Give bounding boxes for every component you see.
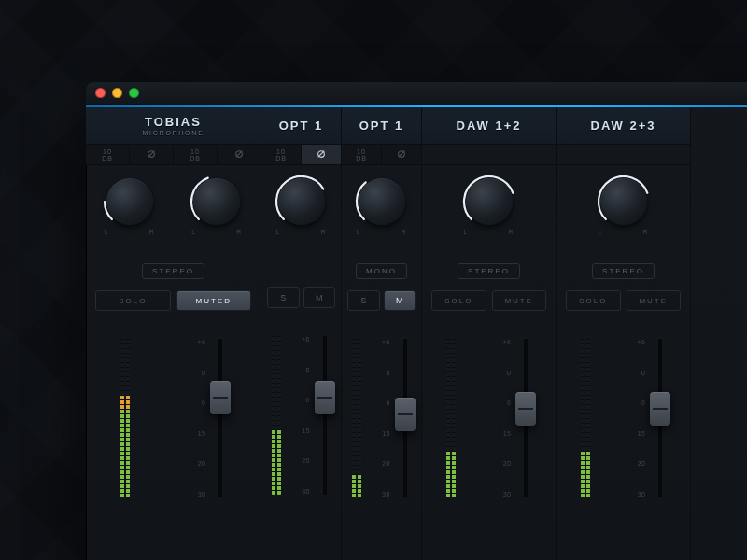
- gain-10db-button[interactable]: 10DB: [174, 145, 218, 164]
- mute-button[interactable]: MUTED: [176, 290, 252, 311]
- scale-tick: 30: [382, 491, 390, 497]
- scale-tick: 0: [198, 370, 206, 376]
- knob-row: LR: [342, 165, 421, 239]
- fader-track[interactable]: [403, 339, 407, 497]
- scale-tick: 6: [503, 399, 512, 406]
- solo-button[interactable]: SOLO: [566, 290, 621, 311]
- scale-tick: 15: [382, 430, 390, 437]
- link-mode-badge[interactable]: MONO: [356, 263, 407, 279]
- scale-tick: 15: [302, 427, 310, 434]
- scale-tick: 0: [638, 370, 646, 376]
- fader-cap[interactable]: [210, 381, 231, 414]
- gain-10db-button[interactable]: 10DB: [86, 145, 130, 164]
- scale-tick: 30: [302, 488, 310, 495]
- scale-tick: +6: [503, 339, 512, 345]
- channel-header[interactable]: DAW 2+3: [557, 107, 690, 145]
- mute-button[interactable]: M: [303, 287, 336, 308]
- fader-cap[interactable]: [395, 398, 416, 431]
- scale-tick: 6: [638, 399, 646, 406]
- zoom-icon[interactable]: [129, 88, 139, 98]
- fader-area: +606152030: [422, 339, 556, 507]
- mute-button[interactable]: M: [384, 290, 416, 311]
- toolbar-label: DB: [190, 155, 201, 161]
- channel-title: DAW 1+2: [457, 119, 522, 133]
- solo-mute-row: SOLOMUTE: [422, 290, 556, 311]
- solo-button[interactable]: SOLO: [431, 290, 486, 311]
- channel-header[interactable]: OPT 1: [261, 107, 341, 145]
- knob-row: LRLR: [86, 165, 261, 239]
- toolbar-label: 10: [103, 148, 112, 155]
- scale-tick: +6: [198, 339, 206, 345]
- channel-subtitle: MICROPHONE: [142, 130, 204, 136]
- scale-tick: 6: [382, 399, 390, 406]
- scale-tick: 30: [198, 491, 206, 497]
- fader-scale: +606152030: [382, 339, 390, 497]
- gain-10db-button[interactable]: 10DB: [342, 145, 382, 164]
- scale-tick: 30: [503, 491, 512, 497]
- fader-scale: +606152030: [638, 339, 646, 497]
- scale-tick: 0: [503, 370, 512, 376]
- scale-tick: 6: [302, 397, 310, 403]
- mute-button[interactable]: MUTE: [627, 290, 682, 311]
- fader-area: +606152030: [342, 339, 421, 507]
- scale-tick: 20: [198, 460, 206, 467]
- channel-toolbar: 10DB: [342, 145, 421, 165]
- phase-invert-button[interactable]: [382, 145, 421, 164]
- fader-track[interactable]: [218, 339, 222, 497]
- fader-cap[interactable]: [515, 392, 536, 426]
- fader-cap[interactable]: [650, 392, 670, 426]
- channel-header[interactable]: OPT 1: [342, 107, 421, 145]
- pan-knob[interactable]: [466, 178, 513, 225]
- solo-button[interactable]: SOLO: [95, 290, 171, 311]
- solo-mute-row: SM: [261, 287, 341, 308]
- solo-mute-row: SOLOMUTED: [86, 290, 261, 311]
- solo-mute-row: SOLOMUTE: [557, 290, 690, 311]
- scale-tick: 20: [302, 457, 310, 464]
- toolbar-label: 10: [357, 148, 366, 155]
- channel-strip-daw12: DAW 1+2LRSTEREOSOLOMUTE+606152030: [422, 107, 557, 560]
- solo-button[interactable]: S: [267, 287, 300, 308]
- window-titlebar[interactable]: [86, 82, 747, 105]
- fader-area: +606152030: [557, 339, 690, 507]
- fader-track[interactable]: [323, 336, 327, 495]
- pan-knob[interactable]: [278, 178, 325, 225]
- gain-10db-button[interactable]: 10DB: [261, 145, 302, 164]
- channel-title: DAW 2+3: [591, 119, 656, 133]
- link-mode-badge[interactable]: STEREO: [458, 263, 520, 279]
- link-mode-badge[interactable]: STEREO: [592, 263, 655, 279]
- fader-cap[interactable]: [315, 381, 335, 414]
- phase-invert-button[interactable]: [302, 145, 341, 164]
- mute-button[interactable]: MUTE: [492, 290, 547, 311]
- scale-tick: 6: [198, 399, 206, 406]
- pan-knob[interactable]: [193, 178, 240, 225]
- minimize-icon[interactable]: [112, 88, 122, 98]
- mixer-window: TOBIASMICROPHONE10DB 10DB LRLRSTEREOSOLO…: [86, 82, 747, 560]
- scale-tick: 15: [638, 430, 646, 437]
- knob-row: LR: [557, 165, 690, 239]
- channel-header[interactable]: TOBIASMICROPHONE: [86, 107, 261, 145]
- scale-tick: 0: [382, 370, 390, 376]
- channel-strip-daw23: DAW 2+3LRSTEREOSOLOMUTE+606152030: [557, 107, 691, 560]
- fader-track[interactable]: [658, 339, 662, 497]
- phase-icon: [234, 149, 244, 160]
- pan-knob[interactable]: [106, 178, 153, 225]
- pan-knob[interactable]: [600, 178, 647, 225]
- close-icon[interactable]: [95, 88, 106, 98]
- phase-invert-button[interactable]: [218, 145, 261, 164]
- knob-row: LR: [422, 165, 556, 239]
- scale-tick: 20: [638, 460, 646, 467]
- channel-title: OPT 1: [279, 119, 324, 133]
- scale-tick: 20: [382, 460, 390, 467]
- pan-knob[interactable]: [359, 178, 405, 225]
- scale-tick: 20: [503, 460, 512, 467]
- scale-tick: 15: [198, 430, 206, 437]
- fader-area: +606152030: [86, 339, 261, 507]
- channel-header[interactable]: DAW 1+2: [422, 107, 556, 145]
- scale-tick: 15: [503, 430, 512, 437]
- fader-scale: +606152030: [503, 339, 512, 497]
- link-mode-badge[interactable]: STEREO: [142, 263, 204, 279]
- fader-track[interactable]: [524, 339, 528, 497]
- toolbar-label: DB: [275, 155, 287, 161]
- solo-button[interactable]: S: [347, 290, 380, 311]
- phase-invert-button[interactable]: [130, 145, 174, 164]
